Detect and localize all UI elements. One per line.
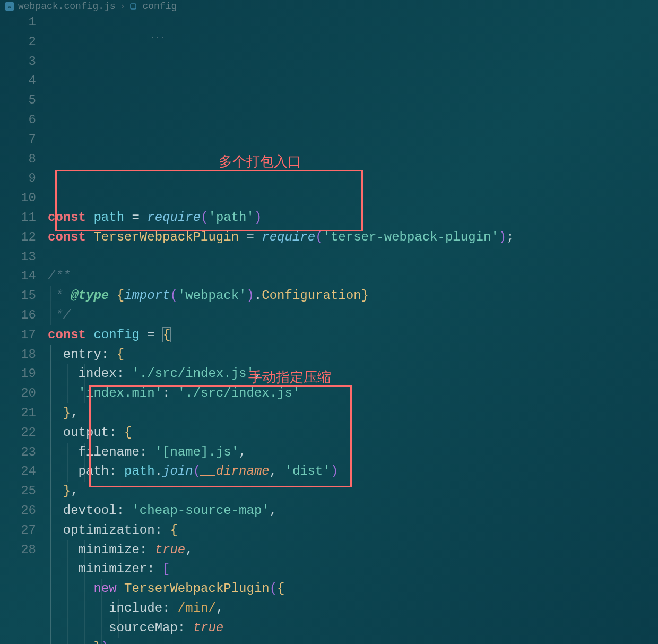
breadcrumb-file[interactable]: webpack.config.js (18, 1, 116, 12)
code-line[interactable]: index: './src/index.js', (48, 364, 658, 384)
line-number-gutter: 1234567891011121314151617181920212223242… (0, 13, 48, 644)
line-number: 20 (0, 384, 36, 403)
line-number: 10 (0, 188, 36, 208)
code-line[interactable]: const path = require('path') (48, 208, 658, 228)
line-number: 23 (0, 443, 36, 462)
code-line[interactable]: sourceMap: true (48, 619, 658, 638)
code-line[interactable]: }, (48, 482, 658, 501)
svg-rect-2 (131, 4, 136, 9)
svg-text:w: w (8, 4, 12, 10)
line-number: 5 (0, 91, 36, 110)
code-line[interactable]: */ (48, 306, 658, 325)
line-number: 22 (0, 423, 36, 443)
code-line[interactable]: /** (48, 267, 658, 286)
code-line[interactable]: }) (48, 638, 658, 645)
breadcrumb-separator: › (120, 1, 126, 12)
line-number: 24 (0, 462, 36, 482)
line-number: 13 (0, 247, 36, 267)
line-number: 8 (0, 150, 36, 169)
line-number: 14 (0, 267, 36, 286)
line-number: 21 (0, 403, 36, 423)
line-number: 6 (0, 110, 36, 130)
code-line[interactable]: minimizer: [ (48, 560, 658, 579)
code-line[interactable]: minimize: true, (48, 540, 658, 560)
breadcrumb-symbol[interactable]: config (142, 1, 177, 12)
line-number: 15 (0, 286, 36, 306)
symbol-icon (129, 2, 138, 11)
code-line[interactable] (48, 247, 658, 267)
code-line[interactable]: * @type {import('webpack').Configuration… (48, 286, 658, 306)
code-line[interactable]: 'index.min': './src/index.js' (48, 384, 658, 403)
code-line[interactable]: optimization: { (48, 521, 658, 540)
line-number: 19 (0, 364, 36, 384)
line-number: 27 (0, 521, 36, 540)
js-file-icon: w (5, 2, 14, 11)
cursor-linked-editing-hint: ··· (151, 29, 166, 48)
code-line[interactable]: const config = { (48, 325, 658, 345)
line-number: 2 (0, 32, 36, 52)
annotation-label-entry: 多个打包入口 (219, 152, 301, 171)
line-number: 25 (0, 482, 36, 501)
code-line[interactable]: new TerserWebpackPlugin({ (48, 579, 658, 599)
code-line[interactable]: output: { (48, 423, 658, 443)
code-area[interactable]: 多个打包入口 手动指定压缩 ··· const path = require('… (48, 13, 658, 644)
line-number: 28 (0, 540, 36, 560)
line-number: 17 (0, 325, 36, 345)
line-number: 11 (0, 208, 36, 228)
line-number: 16 (0, 306, 36, 325)
breadcrumb[interactable]: w webpack.config.js › config (0, 0, 658, 13)
code-line[interactable]: entry: { (48, 345, 658, 365)
code-editor[interactable]: 1234567891011121314151617181920212223242… (0, 13, 658, 644)
line-number: 4 (0, 71, 36, 91)
code-line[interactable]: filename: '[name].js', (48, 443, 658, 462)
line-number: 12 (0, 228, 36, 247)
line-number: 18 (0, 345, 36, 365)
code-line[interactable]: include: /min/, (48, 599, 658, 619)
line-number: 3 (0, 52, 36, 72)
code-line[interactable]: const TerserWebpackPlugin = require('ter… (48, 228, 658, 247)
line-number: 1 (0, 13, 36, 32)
code-line[interactable]: }, (48, 403, 658, 423)
line-number: 9 (0, 169, 36, 188)
line-number: 7 (0, 130, 36, 150)
code-line[interactable]: path: path.join(__dirname, 'dist') (48, 462, 658, 482)
line-number: 26 (0, 501, 36, 521)
code-line[interactable]: devtool: 'cheap-source-map', (48, 501, 658, 521)
